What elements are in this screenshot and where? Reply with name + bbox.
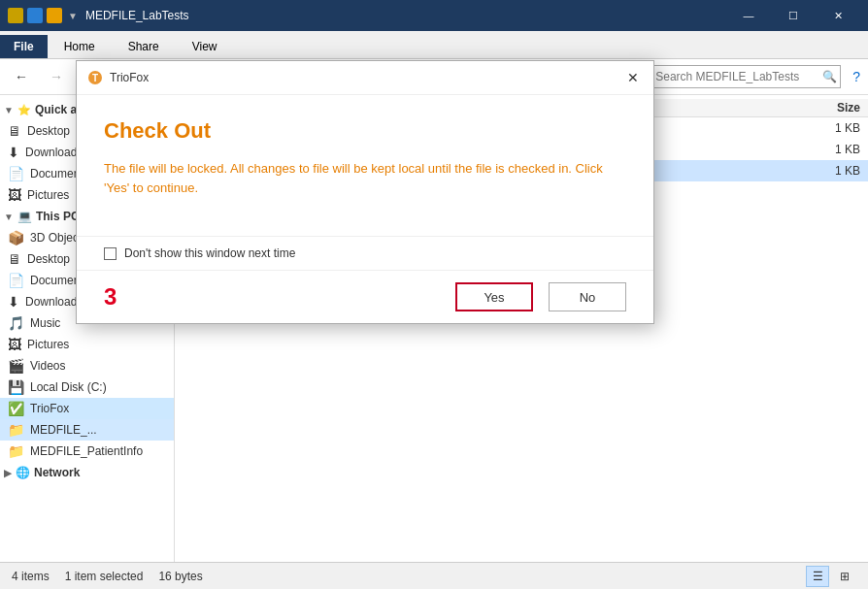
sidebar-downloads-label: Downloads bbox=[25, 146, 83, 159]
title-icon-2 bbox=[27, 8, 43, 23]
title-bar: ▼ MEDFILE_LabTests — ☐ ✕ bbox=[0, 0, 868, 31]
selected-size: 16 bytes bbox=[158, 570, 202, 583]
file-size-3: 1 KB bbox=[783, 164, 860, 178]
status-bar: 4 items 1 item selected 16 bytes ☰ ⊞ bbox=[0, 562, 868, 589]
minimize-button[interactable]: — bbox=[726, 0, 771, 31]
sidebar-localdisk-label: Local Disk (C:) bbox=[30, 380, 107, 394]
sidebar-patientinfo-label: MEDFILE_PatientInfo bbox=[30, 444, 143, 458]
pictures-icon: 🖼 bbox=[8, 187, 21, 203]
title-bar-icons: ▼ bbox=[8, 8, 78, 23]
tab-file[interactable]: File bbox=[0, 35, 48, 58]
file-size-2: 1 KB bbox=[783, 143, 860, 156]
search-container: 🔍 bbox=[647, 65, 841, 88]
dialog-title-icon: T bbox=[86, 69, 104, 86]
status-right: ☰ ⊞ bbox=[806, 566, 856, 587]
window-controls: — ☐ ✕ bbox=[726, 0, 860, 31]
downloads-icon: ⬇ bbox=[8, 145, 19, 160]
sidebar-pictures2-label: Pictures bbox=[27, 338, 69, 351]
svg-text:T: T bbox=[92, 73, 98, 83]
sidebar-videos-label: Videos bbox=[30, 359, 65, 373]
quick-access-arrow: ▼ bbox=[4, 105, 14, 115]
localdisk-icon: 💾 bbox=[8, 379, 24, 395]
ribbon-tabs: File Home Share View bbox=[0, 31, 868, 58]
dialog-checkbox-row: Don't show this window next time bbox=[77, 236, 653, 270]
sidebar-desktop2-label: Desktop bbox=[27, 252, 70, 266]
quick-access-star: ⭐ bbox=[17, 104, 31, 116]
explorer-window: ▼ MEDFILE_LabTests — ☐ ✕ File Home Share… bbox=[0, 0, 868, 589]
dont-show-checkbox[interactable] bbox=[104, 247, 117, 260]
3d-icon: 📦 bbox=[8, 230, 24, 245]
this-pc-arrow: ▼ bbox=[4, 212, 14, 222]
dialog-heading: Check Out bbox=[104, 118, 626, 144]
downloads2-icon: ⬇ bbox=[8, 294, 19, 310]
medfile-icon: 📁 bbox=[8, 422, 24, 438]
music-icon: 🎵 bbox=[8, 315, 24, 331]
dialog-message: The file will be locked. All changes to … bbox=[104, 159, 626, 197]
sidebar-medfile-label: MEDFILE_... bbox=[30, 423, 97, 437]
tab-home[interactable]: Home bbox=[48, 35, 112, 58]
forward-button[interactable]: → bbox=[43, 63, 70, 90]
detail-view-button[interactable]: ☰ bbox=[806, 566, 829, 587]
dialog-title-text: TrioFox bbox=[110, 71, 622, 84]
documents2-icon: 📄 bbox=[8, 273, 24, 288]
item-count: 4 items bbox=[12, 570, 50, 583]
maximize-button[interactable]: ☐ bbox=[771, 0, 816, 31]
network-arrow: ▶ bbox=[4, 468, 12, 478]
checkout-dialog: T TrioFox ✕ Check Out The file will be l… bbox=[76, 60, 654, 324]
ribbon: File Home Share View bbox=[0, 31, 868, 59]
search-input[interactable] bbox=[647, 65, 841, 88]
documents-icon: 📄 bbox=[8, 166, 24, 181]
step-number: 3 bbox=[104, 283, 117, 311]
dont-show-label: Don't show this window next time bbox=[124, 246, 295, 260]
sidebar-item-videos[interactable]: 🎬 Videos bbox=[0, 355, 174, 376]
sidebar-desktop-label: Desktop bbox=[27, 124, 70, 138]
desktop-icon: 🖥 bbox=[8, 123, 21, 139]
sidebar-downloads2-label: Downloads bbox=[25, 295, 83, 309]
tab-share[interactable]: Share bbox=[112, 35, 176, 58]
sidebar-music-label: Music bbox=[30, 316, 60, 330]
triofox-icon: ✅ bbox=[8, 401, 24, 416]
title-dropdown-arrow[interactable]: ▼ bbox=[68, 11, 78, 21]
dialog-content: Check Out The file will be locked. All c… bbox=[77, 95, 653, 236]
yes-button[interactable]: Yes bbox=[455, 282, 533, 311]
network-icon: 🌐 bbox=[16, 466, 30, 479]
back-button[interactable]: ← bbox=[8, 63, 35, 90]
window-title: MEDFILE_LabTests bbox=[85, 9, 726, 22]
videos-icon: 🎬 bbox=[8, 358, 24, 374]
no-button[interactable]: No bbox=[549, 282, 626, 311]
sidebar-item-medfile[interactable]: 📁 MEDFILE_... bbox=[0, 419, 174, 441]
search-icon[interactable]: 🔍 bbox=[822, 70, 837, 83]
sidebar-item-patientinfo[interactable]: 📁 MEDFILE_PatientInfo bbox=[0, 441, 174, 462]
selected-count: 1 item selected bbox=[65, 570, 144, 583]
pictures2-icon: 🖼 bbox=[8, 337, 21, 352]
sidebar-item-pictures2[interactable]: 🖼 Pictures bbox=[0, 334, 174, 355]
this-pc-icon: 💻 bbox=[17, 210, 32, 223]
dialog-close-button[interactable]: ✕ bbox=[622, 67, 644, 88]
file-size-1: 1 KB bbox=[783, 121, 860, 135]
sidebar-triofox-label: TrioFox bbox=[30, 402, 69, 415]
this-pc-label: This PC bbox=[36, 210, 80, 223]
sidebar-item-localdisk[interactable]: 💾 Local Disk (C:) bbox=[0, 376, 174, 398]
title-icon-1 bbox=[8, 8, 23, 23]
sidebar-pictures-label: Pictures bbox=[27, 188, 69, 202]
large-icons-button[interactable]: ⊞ bbox=[833, 566, 856, 587]
close-button[interactable]: ✕ bbox=[816, 0, 860, 31]
column-size[interactable]: Size bbox=[783, 101, 860, 115]
network-label: Network bbox=[34, 466, 80, 479]
network-header[interactable]: ▶ 🌐 Network bbox=[0, 462, 174, 483]
patientinfo-icon: 📁 bbox=[8, 443, 24, 459]
help-button[interactable]: ? bbox=[852, 69, 860, 84]
desktop2-icon: 🖥 bbox=[8, 251, 21, 267]
status-left: 4 items 1 item selected 16 bytes bbox=[12, 570, 203, 583]
dialog-title-bar: T TrioFox ✕ bbox=[77, 61, 653, 95]
title-icon-3 bbox=[47, 8, 62, 23]
tab-view[interactable]: View bbox=[176, 35, 234, 58]
dialog-footer: 3 Yes No bbox=[77, 270, 653, 323]
sidebar-item-triofox[interactable]: ✅ TrioFox bbox=[0, 398, 174, 419]
